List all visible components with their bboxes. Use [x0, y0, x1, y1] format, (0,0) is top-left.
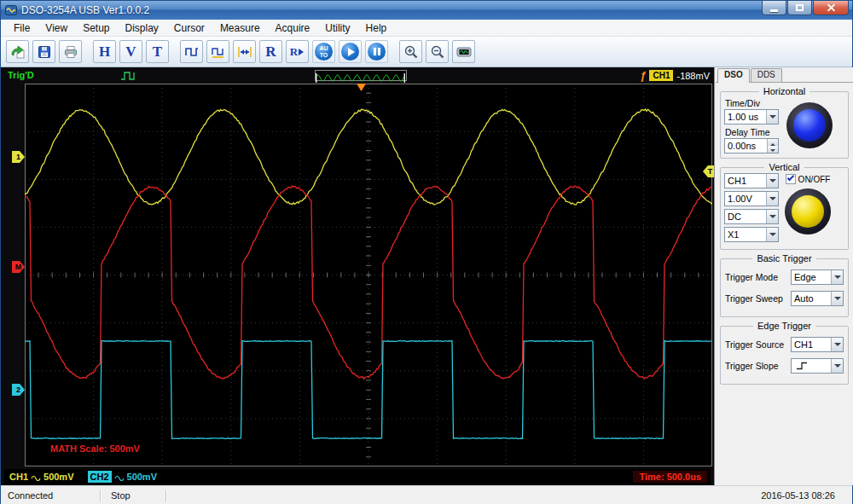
trigger-readout: ƒ CH1 -188mV: [640, 69, 710, 82]
vertical-panel-button[interactable]: V: [119, 40, 142, 63]
maximize-button[interactable]: [787, 1, 812, 15]
zoom-out-button[interactable]: [426, 40, 449, 63]
cursor-measure-icon: [237, 44, 252, 60]
math-position-marker[interactable]: M: [12, 261, 25, 273]
horizontal-knob[interactable]: [786, 102, 833, 148]
delay-time-value: 0.00ns: [725, 139, 767, 153]
onoff-label: ON/OFF: [798, 175, 831, 184]
trigger-source-select[interactable]: CH1: [791, 337, 844, 352]
measure-wave-button[interactable]: [206, 40, 229, 63]
control-panel: DSO DDS Horizontal Time/Div 1.00 us Dela…: [714, 67, 853, 485]
window-buttons: [761, 1, 852, 20]
edge-trigger-title: Edge Trigger: [753, 321, 815, 331]
menu-measure[interactable]: Measure: [212, 20, 268, 36]
scope-status-strip: Trig'D ƒ CH1 -188mV: [1, 67, 714, 84]
spin-down-icon[interactable]: [768, 146, 778, 153]
save-button[interactable]: [32, 40, 55, 63]
menu-cursor[interactable]: Cursor: [166, 20, 212, 36]
waveform-preview[interactable]: [315, 70, 407, 81]
menu-acquire[interactable]: Acquire: [268, 20, 318, 36]
chevron-down-icon: [766, 174, 778, 188]
connection-status: Connected: [1, 490, 100, 501]
channel-select[interactable]: CH1: [724, 173, 779, 188]
trigger-sweep-select[interactable]: Auto: [791, 291, 844, 306]
trigger-slope-select[interactable]: [791, 358, 844, 374]
datetime-display: 2016-05-13 08:26: [761, 490, 852, 501]
record-button[interactable]: R: [259, 40, 282, 63]
delay-time-label: Delay Time: [725, 127, 780, 137]
menu-view[interactable]: View: [38, 20, 75, 36]
menu-help[interactable]: Help: [358, 20, 395, 36]
chevron-down-icon: [831, 338, 843, 351]
basic-trigger-group: Basic Trigger Trigger Mode Edge Trigger …: [720, 253, 849, 317]
pause-button[interactable]: [365, 40, 388, 63]
ch2-position-marker[interactable]: 2: [12, 384, 25, 396]
auto-setup-icon: AUTO: [315, 43, 333, 61]
volt-scale-select[interactable]: 1.00V: [724, 191, 779, 206]
run-status: Stop: [101, 490, 165, 501]
rising-edge-icon: [792, 361, 831, 371]
toolbar: H V T R R AUTO: [1, 37, 852, 67]
coupling-select[interactable]: DC: [724, 209, 779, 224]
open-button[interactable]: [6, 40, 29, 63]
menu-file[interactable]: File: [6, 20, 38, 36]
trigger-mode-value: Edge: [792, 272, 831, 282]
trigger-source-value: CH1: [792, 339, 831, 350]
trigger-panel-button[interactable]: T: [146, 40, 169, 63]
statusbar: Connected Stop 2016-05-13 08:26: [1, 485, 852, 504]
tab-dso[interactable]: DSO: [717, 68, 750, 83]
zoom-out-icon: [430, 44, 445, 60]
channel-info-bar: CH1 500mV CH2 500mV Time: 500.0us: [4, 469, 711, 484]
scope-area: Trig'D ƒ CH1 -188mV MATH Scale: 500mV T …: [1, 67, 714, 485]
delay-time-input[interactable]: 0.00ns: [724, 138, 779, 154]
close-button[interactable]: [813, 1, 849, 15]
ch1-scale-readout: CH1 500mV: [9, 472, 74, 482]
menu-setup[interactable]: Setup: [75, 20, 117, 36]
print-icon: [63, 44, 78, 60]
chevron-down-icon: [831, 359, 843, 373]
waveform-button[interactable]: [180, 40, 203, 63]
run-icon: [341, 43, 359, 61]
menubar: File View Setup Display Cursor Measure A…: [1, 20, 852, 37]
ch2-scale-value: 500mV: [127, 472, 157, 482]
cursor-measure-button[interactable]: [233, 40, 256, 63]
time-div-select[interactable]: 1.00 us: [724, 109, 779, 125]
vertical-group: Vertical CH1 1.00V DC X1 ON/OFF: [720, 162, 849, 250]
dso-tab-page: Horizontal Time/Div 1.00 us Delay Time 0…: [716, 82, 853, 484]
trigger-slope-label: Trigger Slope: [725, 361, 779, 371]
chevron-down-icon: [766, 192, 778, 206]
app-icon: [5, 4, 17, 16]
minimize-button[interactable]: [762, 1, 786, 15]
save-icon: [37, 44, 52, 60]
auto-setup-button[interactable]: AUTO: [312, 40, 335, 63]
ch1-position-marker[interactable]: 1: [12, 151, 25, 163]
probe-select[interactable]: X1: [724, 227, 779, 242]
titlebar[interactable]: DSO-3254A USB Ver1.0.0.2: [1, 1, 852, 20]
menu-display[interactable]: Display: [118, 20, 166, 36]
channel-onoff-checkbox[interactable]: ON/OFF: [786, 174, 831, 184]
spin-up-icon[interactable]: [768, 139, 778, 146]
close-icon: [827, 3, 835, 12]
menu-utility[interactable]: Utility: [317, 20, 357, 36]
window-title: DSO-3254A USB Ver1.0.0.2: [21, 4, 149, 16]
trigger-mode-select[interactable]: Edge: [791, 269, 844, 285]
run-button[interactable]: [339, 40, 362, 63]
tab-dds[interactable]: DDS: [751, 68, 782, 82]
scope-display[interactable]: MATH Scale: 500mV T: [25, 84, 712, 466]
spinner-buttons[interactable]: [767, 139, 778, 153]
minimize-icon: [770, 9, 778, 12]
channel-value: CH1: [725, 176, 766, 186]
trigger-channel-badge: CH1: [649, 70, 673, 81]
trigger-status: Trig'D: [8, 70, 34, 80]
time-div-value: 1.00 us: [725, 112, 766, 122]
vertical-knob[interactable]: [785, 188, 831, 235]
zoom-in-button[interactable]: [399, 40, 422, 63]
snapshot-button[interactable]: [452, 40, 475, 63]
horizontal-panel-button[interactable]: H: [93, 40, 116, 63]
print-button[interactable]: [59, 40, 82, 63]
basic-trigger-title: Basic Trigger: [752, 253, 815, 264]
replay-button[interactable]: R: [286, 40, 309, 63]
trigger-source-label: Trigger Source: [725, 339, 784, 350]
scope-graticule: [25, 84, 712, 466]
statusbar-separator: [165, 490, 166, 502]
